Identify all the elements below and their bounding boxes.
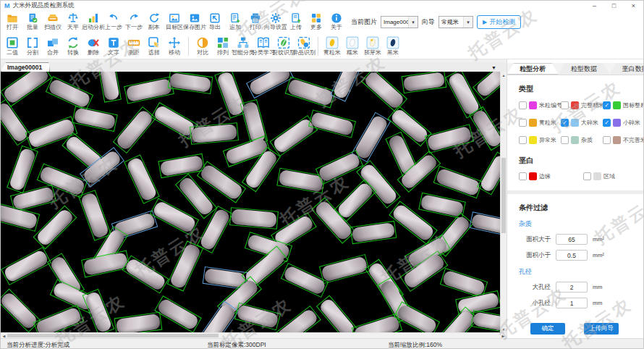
maximize-button[interactable]: □ <box>604 1 624 10</box>
toolbar-button-open-folder[interactable]: 打开 <box>2 12 22 31</box>
checkbox-icon[interactable] <box>519 101 527 109</box>
grain-box[interactable] <box>190 122 239 145</box>
grain-box[interactable] <box>234 303 281 331</box>
grain-box[interactable] <box>72 106 118 132</box>
chalk-checkbox-edge[interactable]: 边缘 <box>519 172 551 180</box>
toolbar-button-black-rice[interactable]: 黑米 <box>383 35 403 56</box>
toolbar-button-wizard-settings[interactable]: 向导设置 <box>266 12 286 31</box>
grain-box[interactable] <box>78 190 111 241</box>
checkbox-icon[interactable] <box>519 119 527 127</box>
toolbar-button-measure[interactable]: 测距 <box>124 35 144 56</box>
toolbar-button-germ-rice[interactable]: 胚芽米 <box>363 35 383 56</box>
toolbar-button-select[interactable]: 选择 <box>144 35 164 56</box>
grain-box[interactable] <box>168 72 213 94</box>
grain-box[interactable] <box>46 76 93 111</box>
toolbar-button-balance[interactable]: 天平 <box>63 12 83 31</box>
vertical-scroll-thumb[interactable] <box>501 158 506 233</box>
type-checkbox-large-broken[interactable]: ✓大碎米 <box>561 119 603 127</box>
grain-box[interactable] <box>33 206 77 250</box>
grain-box[interactable] <box>122 255 169 293</box>
grain-box[interactable] <box>315 150 363 185</box>
type-checkbox-gb-head-rice[interactable]: ✓国标整精米 <box>603 101 644 109</box>
toolbar-button-glutinous-rice[interactable]: 糯米 <box>342 35 363 56</box>
checkbox-icon[interactable]: ✓ <box>603 119 611 127</box>
toolbar-button-upload[interactable]: 上传 <box>286 12 306 31</box>
grain-box[interactable] <box>246 72 294 98</box>
grain-box[interactable] <box>402 72 447 93</box>
grain-box[interactable] <box>124 154 160 204</box>
checkbox-icon[interactable] <box>603 136 611 144</box>
type-checkbox-whole-milled-rice[interactable]: 完整精米 <box>561 101 603 109</box>
toolbar-button-crack-detect[interactable]: 裂纹识别 <box>274 35 294 56</box>
grain-box[interactable] <box>285 76 336 108</box>
toolbar-button-classify-learn[interactable]: 分类学习 <box>253 35 274 56</box>
toolbar-button-smart-classify[interactable]: 智能分类 <box>233 35 253 56</box>
area-gt-input[interactable] <box>556 234 588 245</box>
checkbox-icon[interactable]: ✓ <box>603 101 611 109</box>
tab-shape-data[interactable]: 粒型数据 <box>559 63 610 75</box>
horizontal-scroll-thumb[interactable] <box>7 334 219 337</box>
toolbar-button-convert[interactable]: 转换 <box>63 35 83 56</box>
checkbox-icon[interactable] <box>519 172 527 180</box>
grain-box[interactable] <box>229 207 279 230</box>
tab-list-dropdown-icon[interactable]: ▼ <box>491 65 496 70</box>
grain-box[interactable] <box>319 253 370 283</box>
checkbox-icon[interactable] <box>561 136 569 144</box>
scroll-down-icon[interactable]: ▼ <box>501 326 507 332</box>
grain-box[interactable] <box>330 72 363 101</box>
minimize-button[interactable]: – <box>585 1 604 10</box>
toolbar-button-batch[interactable]: 批量 <box>22 12 43 31</box>
scroll-left-icon[interactable]: ◀ <box>1 333 7 338</box>
grain-box[interactable] <box>361 72 407 112</box>
upload-wizard-button[interactable]: 上传向导 <box>584 323 619 335</box>
toolbar-button-scanner[interactable]: 扫描仪 <box>43 12 63 31</box>
type-checkbox-imperfect-rice[interactable]: 不完善米 <box>603 136 644 144</box>
horizontal-scrollbar[interactable]: ◀ ▶ <box>1 332 507 338</box>
image-tab[interactable]: Image00001 <box>1 62 50 72</box>
toolbar-button-save-image[interactable]: 保存图片 <box>185 12 205 31</box>
toolbar-button-move[interactable]: 移动 <box>164 35 185 56</box>
analysis-canvas[interactable]: ▲ ▼ <box>1 72 507 332</box>
area-lt-input[interactable] <box>556 250 588 261</box>
toolbar-button-target-area[interactable]: 目标区 <box>164 12 185 31</box>
current-image-select[interactable]: Image00001 ▾ <box>381 16 418 28</box>
grain-box[interactable] <box>33 304 85 332</box>
chevron-down-icon[interactable]: ▾ <box>408 17 418 28</box>
type-checkbox-abnormal-rice[interactable]: 异常米 <box>519 136 561 144</box>
grain-box[interactable] <box>113 106 156 153</box>
toolbar-button-print[interactable]: 打印 <box>245 12 266 31</box>
type-checkbox-small-broken[interactable]: ✓小碎米 <box>603 119 644 127</box>
toolbar-button-yellow-rice[interactable]: 黄粒米 <box>322 35 342 56</box>
chalk-checkbox-region[interactable]: 区域 <box>583 172 615 180</box>
grain-box[interactable] <box>124 76 174 104</box>
type-checkbox-yellow-rice[interactable]: 黄粒米 <box>519 119 561 127</box>
toolbar-button-merge[interactable]: 合并 <box>43 35 63 56</box>
checkbox-icon[interactable] <box>561 101 569 109</box>
toolbar-button-text[interactable]: 文字 <box>103 35 124 56</box>
start-detect-button[interactable]: ▶ 开始检测 <box>477 15 521 29</box>
wizard-select[interactable]: 常规米 ▾ <box>438 16 473 28</box>
chevron-down-icon[interactable]: ▾ <box>463 17 473 28</box>
grain-box[interactable] <box>81 250 130 277</box>
hole-small-input[interactable] <box>556 298 588 308</box>
toolbar-button-analyze[interactable]: 启动分析 <box>83 12 103 31</box>
tab-shape-analysis[interactable]: 粒型分析 <box>507 63 559 75</box>
toolbar-button-delete[interactable]: 删除 <box>83 35 103 56</box>
grain-box[interactable] <box>350 221 397 244</box>
confirm-button[interactable]: 确定 <box>530 323 565 335</box>
checkbox-icon[interactable] <box>583 172 591 180</box>
toolbar-button-about[interactable]: 关于 <box>326 12 347 31</box>
toolbar-button-append[interactable]: 追加 <box>225 12 245 31</box>
close-button[interactable]: × <box>624 1 643 10</box>
grain-box[interactable] <box>316 295 358 332</box>
toolbar-button-split[interactable]: 分割 <box>22 35 43 56</box>
toolbar-button-compare[interactable]: 对比 <box>192 35 213 56</box>
grain-box[interactable] <box>97 72 122 103</box>
grain-box[interactable] <box>114 311 163 332</box>
toolbar-button-redo[interactable]: 下一步 <box>124 12 144 31</box>
grain-box[interactable] <box>1 246 51 285</box>
grain-box[interactable] <box>1 72 52 107</box>
toolbar-button-duplicate[interactable]: 副本 <box>144 12 164 31</box>
grain-box[interactable] <box>433 165 483 198</box>
type-checkbox-impurity[interactable]: 杂质 <box>561 136 603 144</box>
